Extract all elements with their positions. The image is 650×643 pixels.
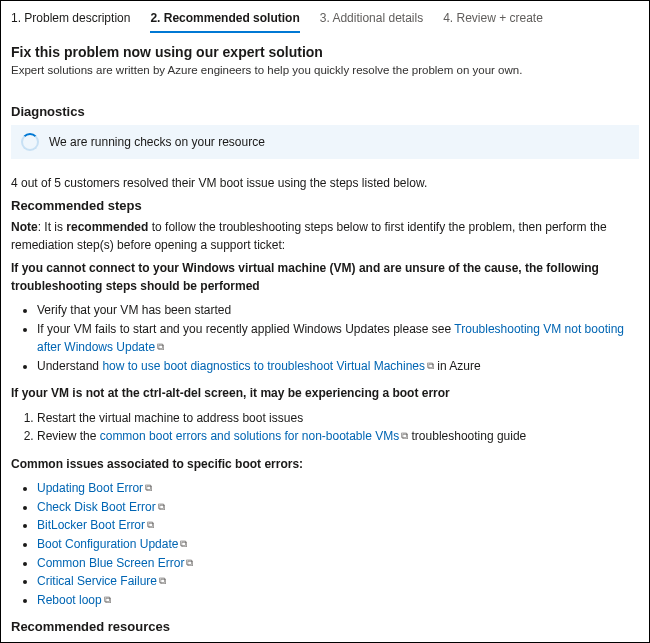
page-frame: { "tabs": { "t1": "1. Problem descriptio… (0, 0, 650, 643)
diagnostics-banner: We are running checks on your resource (11, 125, 639, 159)
stats-line: 4 out of 5 customers resolved their VM b… (11, 175, 639, 192)
tab-problem-description[interactable]: 1. Problem description (11, 7, 130, 33)
tab-review-create[interactable]: 4. Review + create (443, 7, 543, 33)
page-subtext: Expert solutions are written by Azure en… (11, 64, 639, 76)
external-link-icon: ⧉ (147, 517, 154, 533)
link-common-blue-screen-error[interactable]: Common Blue Screen Error (37, 556, 184, 570)
link-boot-configuration-update[interactable]: Boot Configuration Update (37, 537, 178, 551)
note-bold: recommended (66, 220, 148, 234)
ol2-prefix: Review the (37, 429, 100, 443)
external-link-icon: ⧉ (180, 536, 187, 552)
external-link-icon: ⧉ (157, 339, 164, 355)
link-critical-service-failure[interactable]: Critical Service Failure (37, 574, 157, 588)
diagnostics-status-text: We are running checks on your resource (49, 135, 265, 149)
external-link-icon: ⧉ (145, 480, 152, 496)
external-link-icon: ⧉ (186, 555, 193, 571)
link-boot-diagnostics[interactable]: how to use boot diagnostics to troublesh… (102, 359, 425, 373)
diagnostics-title: Diagnostics (11, 104, 639, 119)
recommended-steps-title: Recommended steps (11, 198, 639, 213)
ol2-suffix: troubleshooting guide (408, 429, 526, 443)
list-item: Updating Boot Error⧉ (37, 479, 639, 498)
troubleshoot-list: Verify that your VM has been started If … (11, 301, 639, 375)
external-link-icon: ⧉ (158, 499, 165, 515)
list-item: Verify that your VM has been started (37, 301, 639, 320)
external-link-icon: ⧉ (104, 592, 111, 608)
common-issues-list: Updating Boot Error⧉ Check Disk Boot Err… (11, 479, 639, 609)
step3-suffix: in Azure (434, 359, 481, 373)
not-cad-heading: If your VM is not at the ctrl-alt-del sc… (11, 385, 639, 402)
note-body1: : It is (38, 220, 67, 234)
boot-error-steps: Restart the virtual machine to address b… (11, 409, 639, 446)
list-item: Restart the virtual machine to address b… (37, 409, 639, 428)
list-item: Common Blue Screen Error⧉ (37, 554, 639, 573)
link-check-disk-boot-error[interactable]: Check Disk Boot Error (37, 500, 156, 514)
list-item: Review the common boot errors and soluti… (37, 427, 639, 446)
link-updating-boot-error[interactable]: Updating Boot Error (37, 481, 143, 495)
tab-additional-details[interactable]: 3. Additional details (320, 7, 423, 33)
recommended-note: Note: It is recommended to follow the tr… (11, 219, 639, 254)
external-link-icon: ⧉ (159, 573, 166, 589)
step3-prefix: Understand (37, 359, 102, 373)
list-item: Critical Service Failure⧉ (37, 572, 639, 591)
tab-recommended-solution[interactable]: 2. Recommended solution (150, 7, 299, 33)
note-prefix: Note (11, 220, 38, 234)
cannot-connect-heading: If you cannot connect to your Windows vi… (11, 260, 639, 295)
list-item: Understand how to use boot diagnostics t… (37, 357, 639, 376)
list-item: If your VM fails to start and you recent… (37, 320, 639, 357)
list-item: Check Disk Boot Error⧉ (37, 498, 639, 517)
step2-prefix: If your VM fails to start and you recent… (37, 322, 454, 336)
page-headline: Fix this problem now using our expert so… (11, 44, 639, 60)
recommended-resources-title: Recommended resources (11, 619, 639, 634)
spinner-icon (21, 133, 39, 151)
link-reboot-loop[interactable]: Reboot loop (37, 593, 102, 607)
link-common-boot-errors[interactable]: common boot errors and solutions for non… (100, 429, 400, 443)
list-item: Reboot loop⧉ (37, 591, 639, 610)
list-item: Boot Configuration Update⧉ (37, 535, 639, 554)
list-item: BitLocker Boot Error⧉ (37, 516, 639, 535)
external-link-icon: ⧉ (427, 358, 434, 374)
link-bitlocker-boot-error[interactable]: BitLocker Boot Error (37, 518, 145, 532)
common-issues-heading: Common issues associated to specific boo… (11, 456, 639, 473)
wizard-tabs: 1. Problem description 2. Recommended so… (11, 7, 639, 34)
